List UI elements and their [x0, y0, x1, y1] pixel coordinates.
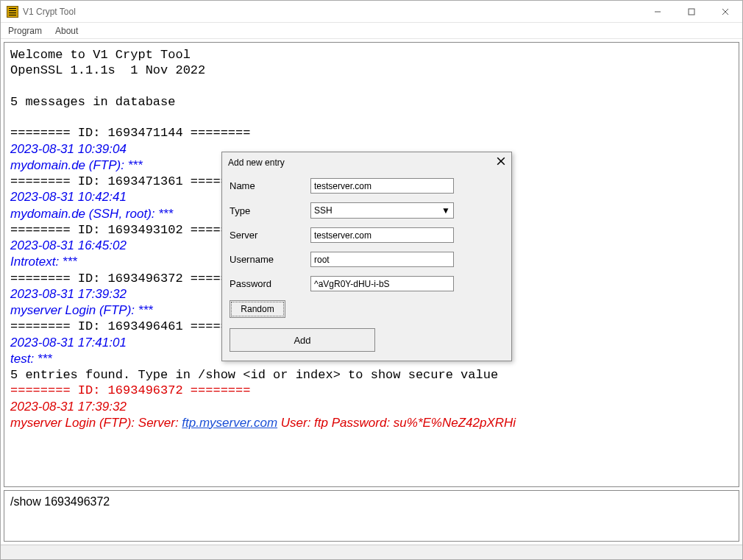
log-entry-ts: 2023-08-31 10:39:04	[10, 142, 127, 156]
app-icon	[7, 6, 18, 18]
log-entry-name: test: ***	[10, 352, 52, 366]
type-value: SSH	[314, 205, 333, 216]
titlebar: V1 Crypt Tool	[1, 1, 742, 23]
log-sep: ======== ID: 1693496461 ========	[10, 319, 250, 333]
random-button[interactable]: Random	[230, 300, 285, 318]
add-button[interactable]: Add	[230, 328, 375, 352]
dialog-titlebar: Add new entry	[222, 152, 511, 171]
log-entry-ts: 2023-08-31 17:39:32	[10, 287, 127, 301]
log-show-ts: 2023-08-31 17:39:32	[10, 400, 127, 414]
log-entry-name: Introtext: ***	[10, 255, 77, 269]
log-openssl: OpenSSL 1.1.1s 1 Nov 2022	[10, 63, 205, 77]
window-title: V1 Crypt Tool	[23, 7, 76, 17]
log-sep: ======== ID: 1693493102 ========	[10, 223, 250, 237]
main-window: V1 Crypt Tool Program About Welcome to V…	[0, 0, 743, 560]
log-entry-name: mydomain.de (FTP): ***	[10, 158, 143, 172]
log-show-line: myserver Login (FTP): Server: ftp.myserv…	[10, 416, 516, 430]
server-field[interactable]	[310, 227, 454, 243]
log-entry-name: mydomain.de (SSH, root): ***	[10, 207, 173, 221]
log-show-prefix: myserver Login (FTP): Server:	[10, 416, 182, 430]
server-label: Server	[230, 230, 310, 241]
add-entry-dialog: Add new entry Name Type SSH ▼ Server Use…	[221, 152, 512, 361]
log-show-suffix: User: ftp Password: su%*E%NeZ42pXRHi	[277, 416, 516, 430]
username-label: Username	[230, 254, 310, 265]
log-sep-show: ======== ID: 1693496372 ========	[10, 383, 250, 397]
log-sep: ======== ID: 1693496372 ========	[10, 272, 250, 286]
menu-program[interactable]: Program	[8, 26, 42, 36]
dialog-title: Add new entry	[228, 157, 285, 168]
menu-about[interactable]: About	[55, 26, 78, 36]
statusbar	[1, 545, 742, 559]
log-sep: ======== ID: 1693471361 ========	[10, 174, 250, 188]
svg-rect-1	[689, 9, 694, 15]
log-entry-ts: 2023-08-31 17:41:01	[10, 336, 127, 350]
log-found: 5 entries found. Type in /show <id or in…	[10, 368, 498, 382]
menubar: Program About	[1, 23, 742, 39]
log-welcome: Welcome to V1 Crypt Tool	[10, 48, 191, 62]
close-button[interactable]	[708, 1, 742, 23]
command-input[interactable]: /show 1693496372	[4, 490, 739, 542]
log-entry-name: myserver Login (FTP): ***	[10, 303, 153, 317]
log-entry-ts: 2023-08-31 16:45:02	[10, 238, 127, 252]
password-label: Password	[230, 278, 310, 289]
window-controls	[641, 1, 742, 23]
log-show-link[interactable]: ftp.myserver.com	[182, 416, 277, 430]
close-icon[interactable]	[497, 157, 505, 168]
type-select[interactable]: SSH ▼	[310, 202, 454, 219]
maximize-button[interactable]	[675, 1, 708, 23]
log-sep: ======== ID: 1693471144 ========	[10, 126, 250, 140]
minimize-button[interactable]	[641, 1, 675, 23]
type-label: Type	[230, 205, 310, 216]
log-msgcount: 5 messages in database	[10, 95, 175, 109]
log-entry-ts: 2023-08-31 10:42:41	[10, 190, 127, 204]
name-field[interactable]	[310, 178, 454, 194]
chevron-down-icon: ▼	[441, 205, 450, 216]
dialog-body: Name Type SSH ▼ Server Username Password	[222, 171, 511, 361]
name-label: Name	[230, 180, 310, 191]
password-field[interactable]	[310, 276, 454, 291]
username-field[interactable]	[310, 252, 454, 267]
